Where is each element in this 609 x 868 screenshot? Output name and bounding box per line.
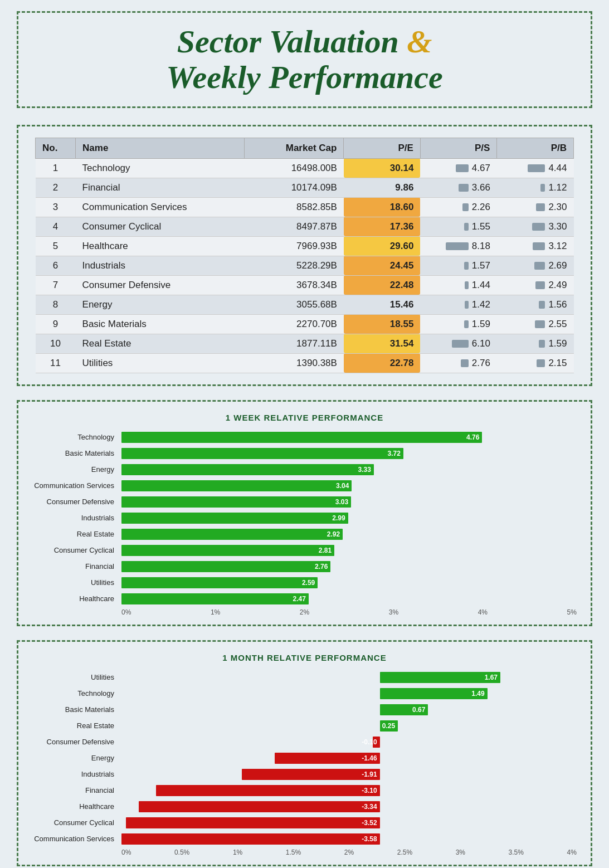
bar-value: 3.04 xyxy=(336,482,349,490)
header-section: Sector Valuation & Weekly Performance xyxy=(17,11,592,108)
bar-row: Financial2.76 xyxy=(121,560,577,573)
bar-value: 2.99 xyxy=(332,514,345,522)
cell-pe: 24.45 xyxy=(344,256,421,275)
bar-value: -1.91 xyxy=(362,771,377,778)
axis-label: 3% xyxy=(456,849,465,856)
cell-pb: 2.55 xyxy=(497,314,574,334)
bar-row: Healthcare-3.34 xyxy=(121,800,577,813)
bar-label: Basic Materials xyxy=(32,449,119,457)
col-header-no: No. xyxy=(36,138,76,158)
bar-value: 0.25 xyxy=(382,722,395,730)
positive-bar: 3.04 xyxy=(121,480,352,491)
axis-label: 1% xyxy=(211,608,220,616)
cell-ps: 8.18 xyxy=(420,236,497,256)
axis-label: 4% xyxy=(567,849,577,856)
axis-label: 0% xyxy=(121,608,131,616)
bar-value: 1.67 xyxy=(485,674,498,681)
cell-ps: 1.55 xyxy=(420,217,497,236)
bar-label: Financial xyxy=(32,562,119,570)
table-row: 4 Consumer Cyclical 8497.87B 17.36 1.55 … xyxy=(36,217,574,236)
col-header-pb: P/B xyxy=(497,138,574,158)
bar-container: 3.03 xyxy=(121,496,577,508)
positive-bar: 2.92 xyxy=(121,529,343,540)
bar-row: Energy-1.46 xyxy=(121,752,577,765)
cell-mc: 8497.87B xyxy=(244,217,344,236)
bar-container: 1.67 xyxy=(121,671,577,684)
cell-no: 11 xyxy=(36,353,76,373)
bar-row: Utilities1.67 xyxy=(121,671,577,684)
positive-bar: 3.72 xyxy=(121,448,403,459)
table-row: 7 Consumer Defensive 3678.34B 22.48 1.44… xyxy=(36,275,574,295)
bar-value: -3.34 xyxy=(362,803,377,811)
cell-pe: 22.48 xyxy=(344,275,421,295)
negative-bar: -1.91 xyxy=(242,769,379,780)
bar-label: Consumer Defensive xyxy=(32,738,119,746)
cell-pb: 1.59 xyxy=(497,334,574,353)
negative-bar: -3.52 xyxy=(126,817,380,828)
cell-ps: 1.44 xyxy=(420,275,497,295)
bar-label: Consumer Cyclical xyxy=(32,546,119,554)
table-row: 8 Energy 3055.68B 15.46 1.42 1.56 xyxy=(36,295,574,314)
cell-ps: 1.57 xyxy=(420,256,497,275)
bar-container: 2.76 xyxy=(121,561,577,572)
cell-mc: 1390.38B xyxy=(244,353,344,373)
bar-value: -1.46 xyxy=(362,754,377,762)
bar-value: 3.33 xyxy=(358,466,371,474)
week-chart-title: 1 WEEK RELATIVE PERFORMANCE xyxy=(32,413,577,422)
cell-pe: 22.78 xyxy=(344,353,421,373)
axis-label: 0% xyxy=(121,849,131,856)
bar-label: Communication Services xyxy=(32,835,119,843)
bar-row: Consumer Defensive-0.10 xyxy=(121,735,577,749)
bar-label: Industrials xyxy=(32,514,119,522)
axis-label: 3.5% xyxy=(509,849,524,856)
cell-mc: 16498.00B xyxy=(244,158,344,178)
bar-value: 2.92 xyxy=(327,530,340,538)
bar-container: -1.46 xyxy=(121,752,577,765)
axis-label: 0.5% xyxy=(174,849,189,856)
cell-no: 5 xyxy=(36,236,76,256)
bar-container: 2.47 xyxy=(121,593,577,604)
cell-no: 9 xyxy=(36,314,76,334)
bar-value: 2.81 xyxy=(319,547,332,554)
cell-pe: 31.54 xyxy=(344,334,421,353)
week-axis: 0%1%2%3%4%5% xyxy=(32,608,577,616)
bar-container: 2.99 xyxy=(121,513,577,524)
bar-label: Real Estate xyxy=(32,530,119,538)
cell-no: 6 xyxy=(36,256,76,275)
table-row: 6 Industrials 5228.29B 24.45 1.57 2.69 xyxy=(36,256,574,275)
bar-container: -1.91 xyxy=(121,768,577,781)
week-chart-section: 1 WEEK RELATIVE PERFORMANCE Technology4.… xyxy=(17,400,592,626)
cell-pb: 2.69 xyxy=(497,256,574,275)
cell-pe: 18.60 xyxy=(344,197,421,217)
bar-label: Energy xyxy=(32,754,119,762)
bar-label: Healthcare xyxy=(32,802,119,811)
bar-label: Consumer Cyclical xyxy=(32,818,119,827)
negative-bar: -0.10 xyxy=(373,737,380,748)
positive-bar: 2.76 xyxy=(121,561,330,572)
positive-bar: 2.47 xyxy=(121,593,309,604)
bar-value: -3.10 xyxy=(362,787,377,794)
axis-label: 4% xyxy=(478,608,488,616)
cell-name: Real Estate xyxy=(76,334,245,353)
cell-name: Consumer Defensive xyxy=(76,275,245,295)
bar-container: -0.10 xyxy=(121,735,577,749)
cell-name: Healthcare xyxy=(76,236,245,256)
bar-value: 1.49 xyxy=(471,690,484,698)
positive-bar: 2.59 xyxy=(121,577,318,588)
bar-label: Real Estate xyxy=(32,721,119,730)
negative-bar: -3.58 xyxy=(121,833,380,845)
bar-row: Basic Materials0.67 xyxy=(121,703,577,716)
bar-row: Consumer Cyclical-3.52 xyxy=(121,816,577,830)
axis-label: 2% xyxy=(300,608,309,616)
cell-ps: 1.59 xyxy=(420,314,497,334)
cell-no: 8 xyxy=(36,295,76,314)
bar-label: Technology xyxy=(32,689,119,698)
bar-container: -3.52 xyxy=(121,816,577,830)
bar-row: Energy3.33 xyxy=(121,463,577,476)
cell-name: Basic Materials xyxy=(76,314,245,334)
table-row: 2 Financial 10174.09B 9.86 3.66 1.12 xyxy=(36,178,574,197)
cell-ps: 2.26 xyxy=(420,197,497,217)
bar-label: Consumer Defensive xyxy=(32,498,119,506)
bar-container: 2.81 xyxy=(121,545,577,556)
bar-label: Healthcare xyxy=(32,594,119,603)
